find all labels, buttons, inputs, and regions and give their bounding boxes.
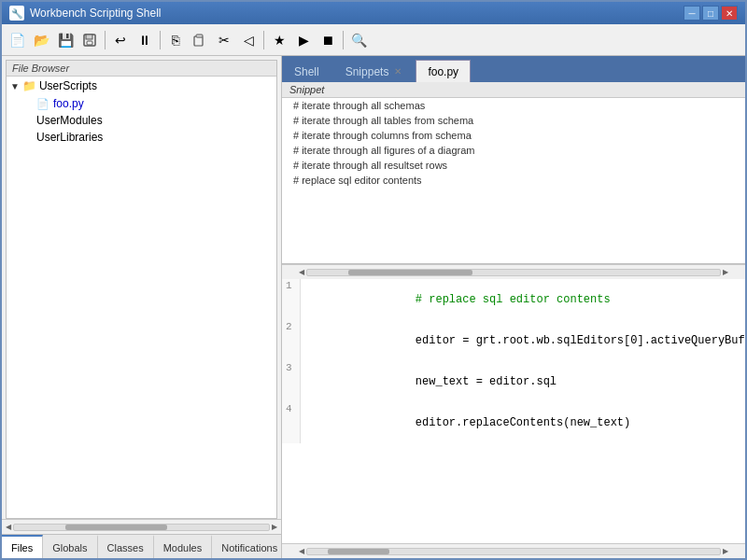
tab-notifications[interactable]: Notifications — [212, 535, 288, 558]
svg-rect-2 — [87, 41, 92, 45]
stop-button[interactable]: ⏹ — [317, 29, 339, 51]
tree-item-foopy[interactable]: 📄 foo.py — [7, 95, 276, 112]
right-scroll-right[interactable]: ▶ — [721, 547, 730, 555]
line-text-1: # replace sql editor contents — [416, 293, 611, 306]
right-panel: Shell Snippets ✕ foo.py Snippet # iterat… — [282, 56, 745, 558]
toolbar-sep-3 — [263, 31, 264, 49]
main-window: 🔧 Workbench Scripting Shell ─ □ ✕ 📄 📂 💾 … — [0, 0, 747, 560]
code-line-3: 3 new_text = editor.sql — [282, 361, 745, 402]
tab-foopy[interactable]: foo.py — [416, 60, 471, 82]
file-browser-header: File Browser — [7, 61, 276, 77]
line-content-1: # replace sql editor contents — [300, 279, 745, 320]
folder-icon: 📁 — [22, 79, 36, 92]
code-line-4: 4 editor.replaceContents(new_text) — [282, 402, 745, 443]
snippet-item-0[interactable]: # iterate through all schemas — [282, 98, 745, 113]
left-panel-scrollbar[interactable]: ◀ ▶ — [2, 519, 281, 534]
right-panel-scrollbar[interactable]: ◀ ▶ — [282, 543, 745, 558]
tree-item-usermodules[interactable]: UserModules — [7, 112, 276, 129]
snippet-header: Snippet — [282, 82, 745, 98]
snippet-scrollbar-track[interactable] — [306, 269, 721, 276]
left-panel: File Browser ▼ 📁 UserScripts 📄 foo.py Us… — [2, 56, 282, 558]
svg-rect-4 — [196, 35, 203, 37]
cut2-button[interactable]: ✂ — [213, 29, 235, 51]
line-num-3: 3 — [282, 361, 300, 402]
line-num-1: 1 — [282, 279, 300, 320]
line-num-2: 2 — [282, 320, 300, 361]
close-button[interactable]: ✕ — [721, 6, 738, 21]
window-title: Workbench Scripting Shell — [30, 7, 162, 20]
expand-icon: ▼ — [10, 81, 20, 91]
new-file-button[interactable]: 📄 — [6, 29, 28, 51]
tab-shell[interactable]: Shell — [282, 60, 331, 82]
code-panel[interactable]: 1 # replace sql editor contents 2 editor… — [282, 279, 745, 543]
search-button[interactable]: 🔍 — [347, 29, 370, 51]
right-scrollbar-track[interactable] — [306, 548, 721, 555]
save-all-button[interactable] — [78, 29, 101, 51]
snippet-scroll-left[interactable]: ◀ — [297, 268, 306, 276]
snippet-item-1[interactable]: # iterate through all tables from schema — [282, 113, 745, 128]
title-bar-left: 🔧 Workbench Scripting Shell — [9, 6, 162, 21]
foopy-label: foo.py — [53, 97, 84, 110]
snippet-scrollbar[interactable]: ◀ ▶ — [282, 264, 745, 279]
tab-modules[interactable]: Modules — [154, 535, 213, 558]
paste2-button[interactable] — [189, 29, 211, 51]
minimize-button[interactable]: ─ — [684, 6, 700, 21]
run-button[interactable]: ▶ — [292, 29, 315, 51]
tab-files[interactable]: Files — [2, 535, 43, 558]
tree-root-userscripts[interactable]: ▼ 📁 UserScripts — [7, 77, 276, 95]
prev-button[interactable]: ◁ — [237, 29, 260, 51]
title-controls: ─ □ ✕ — [684, 6, 738, 21]
tab-classes[interactable]: Classes — [98, 535, 154, 558]
toolbar-sep-2 — [160, 31, 161, 49]
snippet-item-3[interactable]: # iterate through all figures of a diagr… — [282, 143, 745, 158]
code-table: 1 # replace sql editor contents 2 editor… — [282, 279, 745, 443]
right-scrollbar-thumb — [328, 549, 389, 554]
main-content: File Browser ▼ 📁 UserScripts 📄 foo.py Us… — [2, 56, 745, 558]
pause-button[interactable]: ⏸ — [134, 29, 156, 51]
scroll-left-arrow[interactable]: ◀ — [4, 523, 13, 531]
open-button[interactable]: 📂 — [30, 29, 52, 51]
userscripts-label: UserScripts — [39, 79, 97, 92]
copy2-button[interactable]: ⎘ — [164, 29, 187, 51]
file-browser[interactable]: File Browser ▼ 📁 UserScripts 📄 foo.py Us… — [6, 60, 277, 519]
toolbar-sep-4 — [343, 31, 344, 49]
save-button[interactable]: 💾 — [54, 29, 77, 51]
tabs-row: Shell Snippets ✕ foo.py — [282, 56, 745, 82]
tab-globals[interactable]: Globals — [43, 535, 97, 558]
userlibraries-label: UserLibraries — [36, 131, 103, 144]
title-bar: 🔧 Workbench Scripting Shell ─ □ ✕ — [2, 2, 745, 24]
left-tabs: Files Globals Classes Modules Notificati… — [2, 534, 281, 558]
toolbar-sep-1 — [105, 31, 106, 49]
maximize-button[interactable]: □ — [702, 6, 719, 21]
right-scroll-left[interactable]: ◀ — [297, 547, 306, 555]
code-line-1: 1 # replace sql editor contents — [282, 279, 745, 320]
app-icon: 🔧 — [9, 6, 24, 21]
tab-snippets[interactable]: Snippets ✕ — [333, 60, 415, 82]
snippet-item-5[interactable]: # replace sql editor contents — [282, 173, 745, 188]
svg-rect-1 — [86, 35, 92, 39]
usermodules-label: UserModules — [36, 114, 103, 127]
scrollbar-thumb — [65, 525, 167, 530]
bookmark-button[interactable]: ★ — [268, 29, 290, 51]
tree-item-userlibraries[interactable]: UserLibraries — [7, 129, 276, 146]
snippet-panel: Snippet # iterate through all schemas # … — [282, 82, 745, 264]
line-content-3: new_text = editor.sql — [300, 361, 745, 402]
code-line-2: 2 editor = grt.root.wb.sqlEditors[0].act… — [282, 320, 745, 361]
snippet-item-2[interactable]: # iterate through columns from schema — [282, 128, 745, 143]
scroll-right-arrow[interactable]: ▶ — [270, 523, 279, 531]
scrollbar-track[interactable] — [13, 524, 270, 531]
undo-button[interactable]: ↩ — [109, 29, 132, 51]
line-text-4: editor.replaceContents(new_text) — [416, 416, 630, 429]
snippets-tab-close[interactable]: ✕ — [394, 66, 402, 77]
line-text-3: new_text = editor.sql — [416, 375, 557, 388]
snippet-scroll-right[interactable]: ▶ — [721, 268, 730, 276]
snippet-item-4[interactable]: # iterate through all resultset rows — [282, 158, 745, 173]
line-content-4: editor.replaceContents(new_text) — [300, 402, 745, 443]
toolbar: 📄 📂 💾 ↩ ⏸ ⎘ ✂ ◁ ★ ▶ ⏹ 🔍 — [2, 24, 745, 56]
snippet-scrollbar-thumb — [348, 270, 472, 275]
line-text-2: editor = grt.root.wb.sqlEditors[0].activ… — [416, 334, 745, 347]
file-icon: 📄 — [36, 98, 49, 110]
line-content-2: editor = grt.root.wb.sqlEditors[0].activ… — [300, 320, 745, 361]
line-num-4: 4 — [282, 402, 300, 443]
